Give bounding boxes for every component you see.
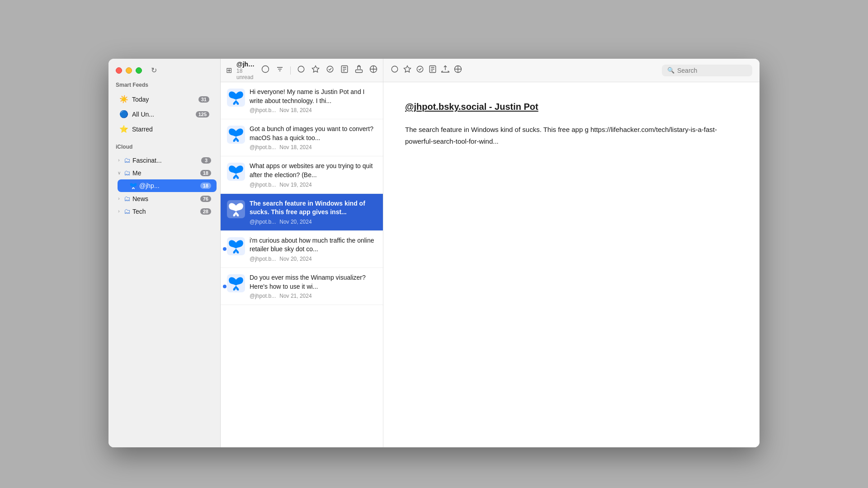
article-date: Nov 19, 2024 bbox=[279, 182, 311, 188]
close-button[interactable] bbox=[116, 67, 122, 74]
sidebar-item-fascinate[interactable]: › 🗂 Fascinat... 3 bbox=[112, 154, 217, 166]
article-item[interactable]: Got a bunch of images you want to conver… bbox=[221, 119, 383, 156]
article-date: Nov 18, 2024 bbox=[279, 144, 311, 150]
tech-chevron-icon: › bbox=[116, 209, 122, 214]
jhpot-badge: 18 bbox=[200, 183, 211, 189]
reading-article-title: @jhpot.bsky.social - Justin Pot bbox=[405, 100, 738, 113]
notification-icon[interactable] bbox=[261, 65, 269, 75]
news-chevron-icon: › bbox=[116, 196, 122, 201]
reading-safari-icon[interactable] bbox=[454, 65, 462, 75]
app-body: ↻ Smart Feeds ☀️ Today 31 🔵 All Un... 12… bbox=[108, 59, 760, 447]
bluesky-icon bbox=[227, 274, 245, 292]
app-window: ↻ Smart Feeds ☀️ Today 31 🔵 All Un... 12… bbox=[108, 59, 760, 447]
reading-article-body: The search feature in Windows kind of su… bbox=[405, 124, 738, 147]
article-content: Got a bunch of images you want to conver… bbox=[250, 125, 377, 150]
svg-point-21 bbox=[392, 66, 398, 72]
starred-icon: ⭐ bbox=[119, 125, 128, 133]
svg-point-6 bbox=[327, 66, 333, 72]
unread-indicator bbox=[223, 285, 226, 288]
feed-unread-count: 18 unread bbox=[236, 68, 257, 80]
article-content: i'm curious about how much traffic the o… bbox=[250, 236, 377, 262]
sidebar-item-today[interactable]: ☀️ Today 31 bbox=[112, 92, 217, 106]
article-list: Hi everyone! My name is Justin Pot and I… bbox=[221, 82, 383, 447]
svg-marker-22 bbox=[404, 66, 411, 72]
me-label: Me bbox=[132, 169, 198, 177]
safari-icon[interactable] bbox=[369, 65, 377, 75]
article-meta: @jhpot.b... Nov 20, 2024 bbox=[250, 256, 377, 262]
article-content: The search feature in Windows kind of su… bbox=[250, 199, 377, 225]
chevron-down-icon: ∨ bbox=[116, 170, 122, 175]
reading-checkmark-icon[interactable] bbox=[416, 65, 424, 75]
fascinate-label: Fascinat... bbox=[132, 157, 199, 164]
traffic-lights bbox=[116, 67, 142, 74]
article-date: Nov 20, 2024 bbox=[279, 219, 311, 225]
feed-title-area: @jhpot.bsky.social - ... 18 unread bbox=[236, 61, 257, 80]
reading-toolbar: 🔍 bbox=[383, 59, 760, 82]
me-folder-icon: 🗂 bbox=[124, 169, 131, 177]
reading-circle-icon[interactable] bbox=[391, 65, 399, 75]
sidebar-toggle-icon[interactable]: ⊞ bbox=[226, 66, 232, 75]
search-bar[interactable]: 🔍 bbox=[662, 65, 752, 76]
smart-feeds-label: Smart Feeds bbox=[108, 82, 220, 92]
article-meta: @jhpot.b... Nov 18, 2024 bbox=[250, 107, 377, 113]
icloud-label: iCloud bbox=[108, 144, 220, 154]
search-icon: 🔍 bbox=[667, 67, 675, 74]
notes-icon[interactable] bbox=[340, 65, 349, 75]
article-date: Nov 18, 2024 bbox=[279, 107, 311, 113]
reading-share-icon[interactable] bbox=[441, 65, 449, 75]
svg-point-4 bbox=[298, 66, 304, 72]
sidebar-item-all-unread-label: All Un... bbox=[132, 111, 192, 118]
svg-rect-11 bbox=[356, 70, 363, 73]
sidebar-item-jhpot[interactable]: @jhp... 18 bbox=[118, 179, 217, 192]
article-list-toolbar bbox=[261, 65, 377, 75]
article-item[interactable]: i'm curious about how much traffic the o… bbox=[221, 231, 383, 268]
chevron-right-icon: › bbox=[116, 158, 122, 163]
minimize-button[interactable] bbox=[126, 67, 132, 74]
article-content: Do you ever miss the Winamp visualizer? … bbox=[250, 273, 377, 299]
svg-point-0 bbox=[262, 66, 269, 73]
article-date: Nov 20, 2024 bbox=[279, 256, 311, 262]
svg-marker-5 bbox=[312, 66, 319, 72]
reading-notes-icon[interactable] bbox=[429, 65, 437, 75]
article-item[interactable]: Hi everyone! My name is Justin Pot and I… bbox=[221, 82, 383, 119]
bluesky-icon bbox=[227, 89, 245, 107]
sidebar-item-all-unread[interactable]: 🔵 All Un... 125 bbox=[112, 107, 217, 121]
me-badge: 18 bbox=[200, 170, 211, 176]
article-list-pane: ⊞ @jhpot.bsky.social - ... 18 unread bbox=[221, 59, 383, 447]
today-icon: ☀️ bbox=[119, 95, 128, 103]
sidebar-item-starred[interactable]: ⭐ Starred bbox=[112, 122, 217, 136]
article-source: @jhpot.b... bbox=[250, 107, 276, 113]
reading-star-icon[interactable] bbox=[403, 65, 411, 75]
sidebar-item-starred-label: Starred bbox=[132, 126, 209, 133]
all-unread-icon: 🔵 bbox=[119, 110, 128, 118]
icloud-section: iCloud › 🗂 Fascinat... 3 ∨ 🗂 Me 18 bbox=[108, 144, 220, 218]
article-title: Hi everyone! My name is Justin Pot and I… bbox=[250, 88, 377, 105]
article-meta: @jhpot.b... Nov 19, 2024 bbox=[250, 182, 377, 188]
checkmark-icon[interactable] bbox=[326, 65, 334, 75]
folder-icon: 🗂 bbox=[124, 156, 131, 164]
maximize-button[interactable] bbox=[136, 67, 142, 74]
article-item-selected[interactable]: The search feature in Windows kind of su… bbox=[221, 194, 383, 231]
article-title: What apps or websites are you trying to … bbox=[250, 162, 377, 179]
share-icon[interactable] bbox=[355, 65, 363, 75]
article-item[interactable]: What apps or websites are you trying to … bbox=[221, 156, 383, 193]
refresh-button[interactable]: ↻ bbox=[151, 66, 157, 75]
sidebar-item-tech[interactable]: › 🗂 Tech 28 bbox=[112, 205, 217, 217]
circle-icon[interactable] bbox=[297, 65, 305, 75]
article-meta: @jhpot.b... Nov 21, 2024 bbox=[250, 293, 377, 299]
article-source: @jhpot.b... bbox=[250, 256, 276, 262]
today-badge: 31 bbox=[198, 96, 209, 103]
filter-icon[interactable] bbox=[276, 65, 284, 75]
sidebar-item-news[interactable]: › 🗂 News 76 bbox=[112, 192, 217, 205]
search-input[interactable] bbox=[677, 67, 747, 74]
sidebar-item-me[interactable]: ∨ 🗂 Me 18 bbox=[112, 167, 217, 179]
article-item[interactable]: Do you ever miss the Winamp visualizer? … bbox=[221, 268, 383, 305]
news-label: News bbox=[132, 195, 198, 202]
bluesky-icon bbox=[227, 126, 245, 144]
star-icon[interactable] bbox=[311, 65, 320, 75]
bluesky-icon-selected bbox=[227, 200, 245, 218]
jhpot-label: @jhp... bbox=[139, 182, 198, 189]
article-date: Nov 21, 2024 bbox=[279, 293, 311, 299]
article-meta: @jhpot.b... Nov 20, 2024 bbox=[250, 219, 377, 225]
article-source: @jhpot.b... bbox=[250, 219, 276, 225]
